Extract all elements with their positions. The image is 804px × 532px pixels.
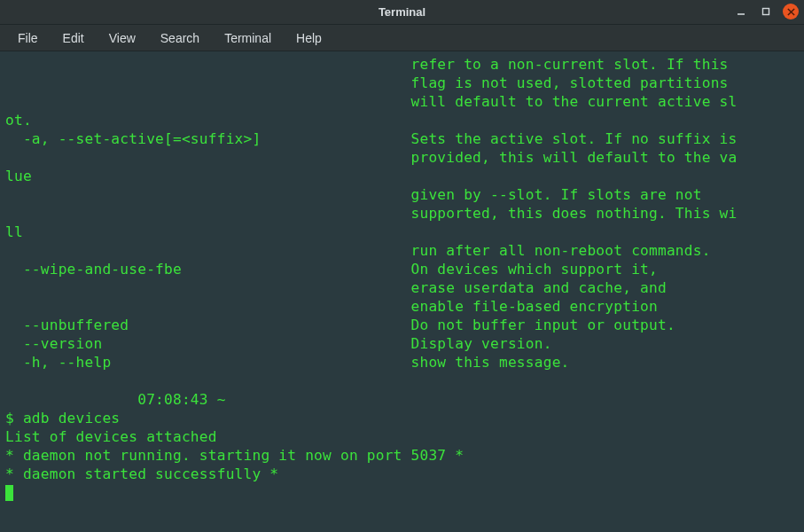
menu-help[interactable]: Help [285, 27, 332, 49]
minimize-button[interactable] [733, 4, 749, 20]
maximize-button[interactable] [758, 4, 774, 20]
maximize-icon [761, 7, 770, 16]
menu-view[interactable]: View [98, 27, 146, 49]
titlebar: Terminal [0, 0, 804, 25]
close-icon [787, 8, 795, 16]
menu-edit[interactable]: Edit [52, 27, 95, 49]
window-controls [733, 4, 799, 20]
menu-file[interactable]: File [7, 27, 49, 49]
menubar: File Edit View Search Terminal Help [0, 25, 804, 51]
window-title: Terminal [379, 5, 425, 19]
close-button[interactable] [783, 4, 799, 20]
svg-rect-1 [763, 9, 769, 15]
cursor [5, 485, 13, 501]
terminal-output[interactable]: refer to a non-current slot. If this fla… [0, 51, 804, 532]
menu-terminal[interactable]: Terminal [214, 27, 282, 49]
menu-search[interactable]: Search [150, 27, 210, 49]
minimize-icon [737, 7, 745, 16]
